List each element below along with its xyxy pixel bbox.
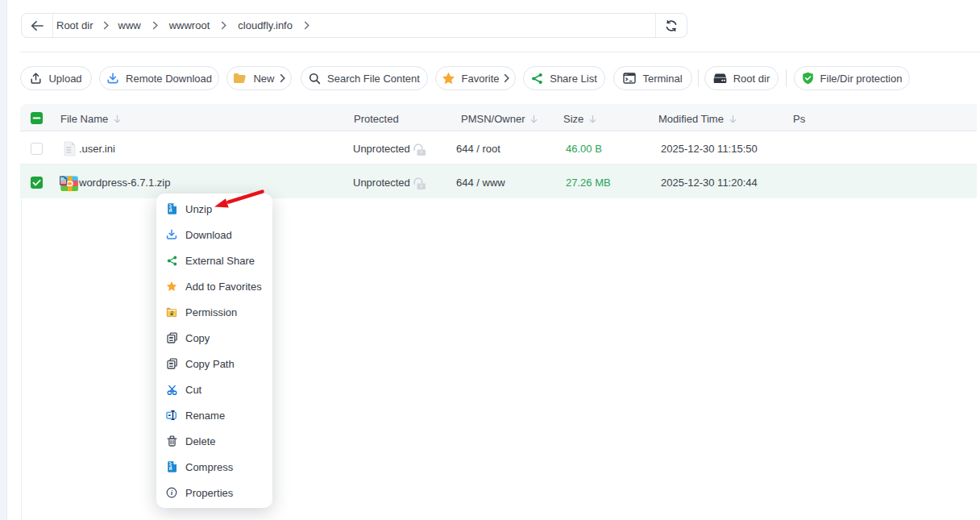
svg-text:i: i bbox=[171, 489, 173, 497]
